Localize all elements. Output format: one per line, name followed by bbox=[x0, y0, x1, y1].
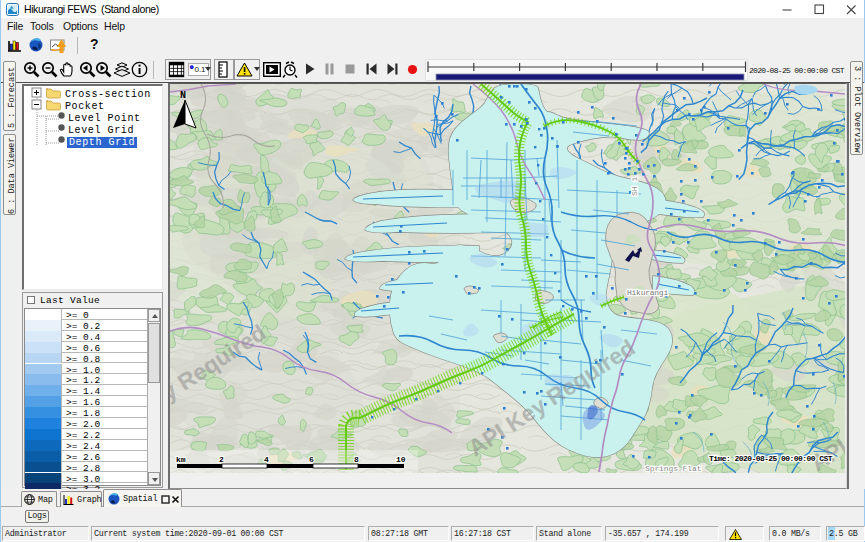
svg-text:SH 1: SH 1 bbox=[630, 177, 639, 196]
svg-text:Hikurangi: Hikurangi bbox=[627, 288, 668, 297]
svg-text:Springs Flat: Springs Flat bbox=[645, 464, 701, 473]
svg-text:10: 10 bbox=[396, 455, 406, 464]
svg-text:4: 4 bbox=[264, 455, 269, 464]
svg-text:Time: 2020-08-25 00:00:00 CST: Time: 2020-08-25 00:00:00 CST bbox=[709, 454, 833, 463]
svg-text:km: km bbox=[176, 455, 186, 464]
svg-text:8: 8 bbox=[354, 455, 359, 464]
svg-text:5 : Forecast: 5 : Forecast bbox=[7, 67, 17, 128]
svg-text:6: 6 bbox=[309, 455, 314, 464]
svg-text:3 : Plot Overview: 3 : Plot Overview bbox=[852, 66, 862, 154]
svg-text:2: 2 bbox=[219, 455, 224, 464]
svg-text:6 : Data Viewer: 6 : Data Viewer bbox=[7, 137, 17, 214]
svg-text:N: N bbox=[180, 90, 186, 101]
